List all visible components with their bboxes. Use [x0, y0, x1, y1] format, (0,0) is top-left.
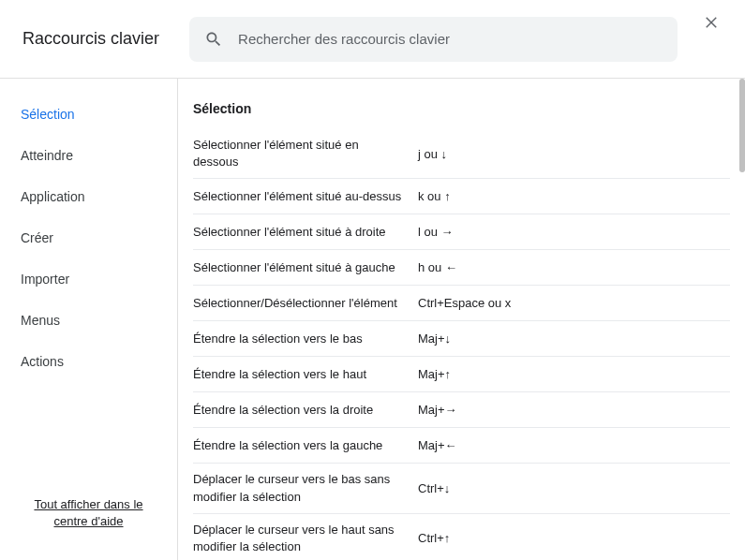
- shortcut-row: Déplacer le curseur vers le bas sans mod…: [193, 464, 730, 513]
- shortcut-row: Étendre la sélection vers la droite Maj+…: [193, 392, 730, 428]
- sidebar-item-atteindre[interactable]: Atteindre: [0, 135, 177, 176]
- shortcuts-content: Sélection Sélectionner l'élément situé e…: [178, 79, 745, 560]
- shortcut-keys: Maj+↑: [418, 367, 451, 381]
- close-icon: [703, 14, 720, 31]
- shortcut-description: Sélectionner l'élément situé en dessous: [193, 137, 418, 170]
- sidebar-item-label: Créer: [21, 230, 53, 245]
- search-input[interactable]: [238, 31, 663, 47]
- shortcut-description: Étendre la sélection vers le haut: [193, 366, 418, 383]
- shortcut-row: Sélectionner l'élément situé en dessous …: [193, 129, 730, 179]
- shortcut-description: Étendre la sélection vers le bas: [193, 331, 418, 347]
- shortcut-keys: h ou ←: [418, 260, 457, 274]
- shortcut-row: Sélectionner l'élément situé à gauche h …: [193, 250, 730, 286]
- shortcut-row: Étendre la sélection vers le haut Maj+↑: [193, 357, 730, 392]
- shortcut-keys: j ou ↓: [418, 147, 447, 161]
- scrollbar[interactable]: [739, 79, 745, 172]
- section-title: Sélection: [193, 101, 730, 116]
- shortcut-row: Étendre la sélection vers la gauche Maj+…: [193, 428, 730, 464]
- shortcut-description: Déplacer le curseur vers le haut sans mo…: [193, 522, 418, 555]
- shortcut-description: Sélectionner l'élément situé à gauche: [193, 259, 418, 276]
- sidebar-item-label: Importer: [21, 272, 69, 287]
- shortcut-keys: Maj+↓: [418, 332, 451, 346]
- shortcut-row: Sélectionner/Désélectionner l'élément Ct…: [193, 286, 730, 321]
- shortcut-row: Étendre la sélection vers le bas Maj+↓: [193, 321, 730, 357]
- sidebar-item-selection[interactable]: Sélection: [0, 94, 177, 135]
- shortcut-description: Sélectionner l'élément situé à droite: [193, 224, 418, 241]
- sidebar-item-label: Actions: [21, 354, 64, 369]
- sidebar-item-creer[interactable]: Créer: [0, 217, 177, 258]
- shortcut-description: Étendre la sélection vers la droite: [193, 402, 418, 419]
- dialog-title: Raccourcis clavier: [22, 29, 159, 49]
- sidebar-item-application[interactable]: Application: [0, 176, 177, 217]
- shortcut-keys: Maj+→: [418, 403, 457, 417]
- sidebar-item-actions[interactable]: Actions: [0, 341, 177, 382]
- shortcut-description: Déplacer le curseur vers le bas sans mod…: [193, 471, 418, 505]
- sidebar-items: Sélection Atteindre Application Créer Im…: [0, 94, 177, 483]
- close-button[interactable]: [700, 11, 723, 34]
- shortcut-keys: Ctrl+↑: [418, 531, 450, 545]
- shortcut-keys: l ou →: [418, 225, 454, 239]
- shortcut-description: Sélectionner/Désélectionner l'élément: [193, 295, 418, 312]
- sidebar-item-label: Atteindre: [21, 148, 73, 163]
- shortcut-keys: Ctrl+↓: [418, 481, 450, 495]
- sidebar: Sélection Atteindre Application Créer Im…: [0, 79, 178, 560]
- shortcut-row: Sélectionner l'élément situé à droite l …: [193, 214, 730, 250]
- shortcut-keys: Ctrl+Espace ou x: [418, 296, 511, 310]
- sidebar-item-label: Application: [21, 189, 85, 204]
- shortcut-keys: k ou ↑: [418, 189, 451, 203]
- search-icon: [204, 30, 223, 49]
- help-center-link[interactable]: Tout afficher dans le centre d'aide: [0, 483, 177, 545]
- sidebar-item-label: Menus: [21, 313, 60, 328]
- shortcuts-list: Sélectionner l'élément situé en dessous …: [193, 129, 730, 560]
- shortcut-keys: Maj+←: [418, 438, 457, 452]
- sidebar-item-label: Sélection: [21, 107, 75, 122]
- dialog-header: Raccourcis clavier: [0, 0, 745, 79]
- search-container[interactable]: [189, 17, 678, 62]
- shortcut-description: Sélectionner l'élément situé au-dessus: [193, 188, 418, 205]
- shortcut-row: Sélectionner l'élément situé au-dessus k…: [193, 179, 730, 214]
- shortcut-row: Déplacer le curseur vers le haut sans mo…: [193, 514, 730, 560]
- dialog-body: Sélection Atteindre Application Créer Im…: [0, 79, 745, 560]
- sidebar-item-menus[interactable]: Menus: [0, 300, 177, 341]
- shortcut-description: Étendre la sélection vers la gauche: [193, 437, 418, 454]
- sidebar-item-importer[interactable]: Importer: [0, 258, 177, 300]
